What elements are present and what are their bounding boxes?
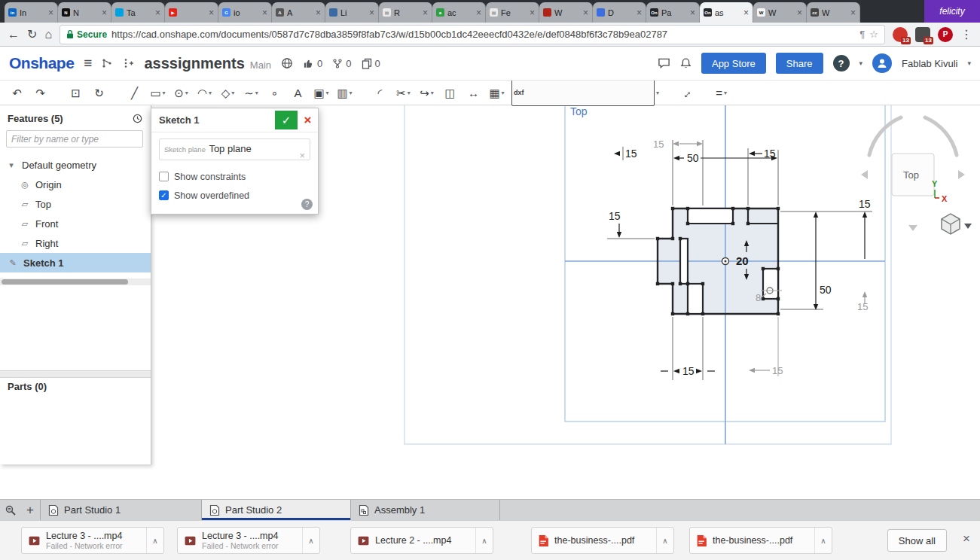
collapse-caret-icon[interactable]: ▾ (6, 160, 17, 170)
tree-item-sketch-1[interactable]: ✎ Sketch 1 (0, 253, 151, 272)
tool-dropdown-caret-icon[interactable]: ▾ (724, 90, 727, 96)
confirm-button[interactable]: ✓ (275, 111, 298, 129)
browser-tab[interactable]: in In × (5, 2, 58, 23)
tree-item-origin[interactable]: ◎ Origin (0, 175, 151, 194)
history-icon[interactable] (132, 113, 143, 124)
rotate-down-arrow-icon[interactable] (908, 225, 917, 231)
secure-indicator[interactable]: Secure (66, 29, 107, 40)
toolbar-tool-button[interactable]: ▣ ▾ (310, 83, 332, 102)
browser-menu-icon[interactable]: ⋮ (960, 27, 972, 41)
close-downloads-bar-icon[interactable]: × (963, 531, 970, 546)
horizontal-scrollbar[interactable] (0, 278, 151, 285)
help-caret-icon[interactable]: ▾ (859, 59, 863, 67)
user-name[interactable]: Fablab Kivuli (902, 58, 957, 69)
tool-dropdown-caret-icon[interactable]: ▾ (350, 90, 353, 96)
tool-dropdown-caret-icon[interactable]: ▾ (656, 90, 659, 96)
browser-tab[interactable]: a ac × (432, 2, 486, 23)
toolbar-tool-button[interactable]: ⊙ ▾ (170, 83, 192, 102)
view-cube[interactable]: Top Y X (861, 117, 972, 234)
toolbar-tool-button[interactable]: ↔ (463, 83, 484, 102)
tool-dropdown-caret-icon[interactable]: ▾ (431, 90, 434, 96)
tab-close-icon[interactable]: × (262, 8, 267, 18)
sketch-dialog-titlebar[interactable]: Sketch 1 ✓ × (151, 108, 318, 132)
document-title[interactable]: asssignments (144, 55, 244, 72)
toolbar-tool-button[interactable]: ↶ (6, 83, 28, 102)
filter-input[interactable] (6, 130, 143, 148)
tree-item-default-geometry[interactable]: ▾ Default geometry (0, 155, 151, 175)
dim-right-height[interactable]: 50 (820, 284, 832, 296)
sketch-left-slot[interactable] (680, 239, 688, 284)
browser-tab[interactable]: On as × (700, 2, 753, 23)
browser-tab[interactable]: Li × (325, 2, 379, 23)
rotate-left-arrow-icon[interactable] (861, 170, 868, 179)
tool-dropdown-caret-icon[interactable]: ▾ (255, 90, 258, 96)
notifications-bell-icon[interactable] (680, 57, 691, 69)
toolbar-tool-button[interactable]: ◫ (439, 83, 461, 102)
sketch-plane-value[interactable]: Top plane (209, 143, 251, 154)
panel-divider[interactable] (0, 370, 151, 378)
toolbar-tool-button[interactable]: ↪ ▾ (416, 83, 438, 102)
browser-tab[interactable]: G io × (218, 2, 272, 23)
search-tabs-icon[interactable] (0, 500, 20, 520)
dialog-help-icon[interactable]: ? (301, 199, 313, 210)
browser-tab[interactable]: W × (539, 2, 593, 23)
globe-icon[interactable] (281, 57, 293, 69)
onshape-logo[interactable]: Onshape (9, 54, 74, 72)
toolbar-tool-button[interactable]: ∼ ▾ (240, 83, 262, 102)
browser-tab[interactable]: Ta × (111, 2, 165, 23)
extension-icon[interactable]: 13 (915, 27, 930, 42)
share-button[interactable]: Share (776, 53, 823, 74)
tree-item-front-plane[interactable]: ▱ Front (0, 214, 151, 233)
bookmark-star-icon[interactable]: ☆ (869, 29, 878, 40)
tab-close-icon[interactable]: × (423, 8, 428, 18)
browser-tab[interactable]: ▶ × (165, 2, 218, 23)
sketch-bottom-slot[interactable] (688, 284, 703, 314)
back-icon[interactable]: ← (8, 28, 20, 41)
show-overdefined-checkbox[interactable]: ✓ (159, 190, 169, 200)
tab-close-icon[interactable]: × (743, 8, 749, 18)
tool-dropdown-caret-icon[interactable]: ▾ (185, 90, 188, 96)
browser-tab[interactable]: A A × (272, 2, 325, 23)
toolbar-tool-button[interactable]: ↻ (88, 83, 110, 102)
tab-close-icon[interactable]: × (690, 8, 695, 18)
dim-center-height[interactable]: 20 (736, 254, 749, 267)
home-icon[interactable]: ⌂ (44, 28, 52, 41)
likes-count[interactable]: 0 (303, 58, 322, 69)
tool-dropdown-caret-icon[interactable]: ▾ (502, 90, 505, 96)
download-item[interactable]: the-business-....pdf ∧ (531, 527, 674, 554)
download-item[interactable]: Lecture 3 - ....mp4 Failed - Network err… (21, 527, 164, 554)
toolbar-tool-button[interactable]: ⊡ (65, 83, 87, 102)
toolbar-tool-button[interactable]: dxf ▾ (509, 83, 661, 102)
show-all-downloads-button[interactable]: Show all (887, 529, 947, 552)
toolbar-tool-button[interactable]: ▥ ▾ (334, 83, 356, 102)
download-item[interactable]: the-business-....pdf ∧ (689, 527, 832, 554)
reload-icon[interactable]: ↻ (27, 27, 37, 41)
toolbar-tool-button[interactable]: ╱ (124, 83, 145, 102)
help-button[interactable]: ? (833, 55, 850, 72)
toolbar-tool-button[interactable]: ◇ ▾ (217, 83, 239, 102)
user-menu-caret-icon[interactable]: ▾ (967, 59, 971, 67)
tool-dropdown-caret-icon[interactable]: ▾ (209, 90, 212, 96)
dim-bottom-width[interactable]: 15 (682, 365, 695, 377)
toolbar-tool-button[interactable]: ◜ (369, 83, 391, 102)
show-constraints-checkbox[interactable] (159, 172, 169, 181)
download-menu-caret-icon[interactable]: ∧ (814, 528, 832, 553)
rotate-right-arrow-icon[interactable] (958, 170, 965, 179)
page-action-icon[interactable]: ¶ (859, 29, 865, 40)
dim-tab-top[interactable]: 15 (625, 148, 637, 160)
toolbar-tool-button[interactable]: ↷ (29, 83, 51, 102)
tab-close-icon[interactable]: × (369, 8, 374, 18)
tab-assembly-1[interactable]: Assembly 1 (351, 500, 500, 520)
dim-step-top[interactable]: 15 (764, 148, 776, 160)
dim-right-top[interactable]: 15 (859, 198, 871, 210)
download-menu-caret-icon[interactable]: ∧ (656, 528, 673, 553)
tab-close-icon[interactable]: × (476, 8, 481, 18)
profile-chip[interactable]: felicity (924, 0, 980, 23)
browser-tab[interactable]: cc W × (807, 2, 860, 23)
tree-item-right-plane[interactable]: ▱ Right (0, 233, 151, 253)
show-constraints-row[interactable]: Show constraints (159, 167, 310, 186)
sketch-plane-field[interactable]: Sketch plane Top plane × (159, 138, 310, 160)
dim-bottom-right[interactable]: 15 (772, 365, 783, 376)
dim-left-height[interactable]: 15 (609, 210, 621, 222)
cancel-button[interactable]: × (298, 111, 318, 129)
